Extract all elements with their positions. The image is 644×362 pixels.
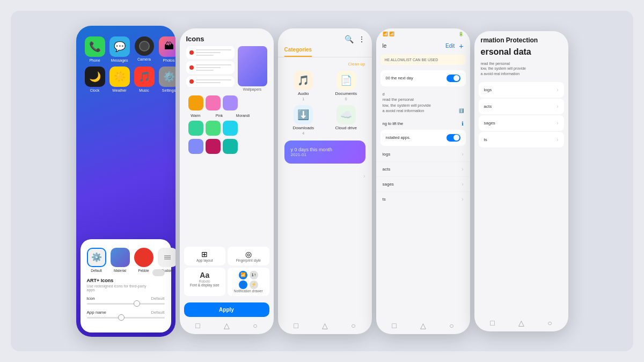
icon-size-thumb[interactable] [134, 300, 140, 307]
nav-triangle-3[interactable]: △ [322, 321, 328, 330]
color-purple[interactable] [188, 139, 203, 154]
nav-circle[interactable]: ○ [253, 321, 257, 330]
apply-button[interactable]: Apply [184, 302, 269, 317]
app-name-slider[interactable] [87, 317, 165, 319]
style-default-icon: ⚙️ [87, 248, 106, 267]
wallpaper-label: Wallpapers [243, 87, 262, 91]
color-green2[interactable] [206, 121, 221, 136]
style-pebble[interactable]: Pebble [134, 248, 153, 272]
feature-notification[interactable]: 📶 1↑ 👤 ⚡ Notification drawer [228, 268, 269, 296]
app-icon-phone[interactable]: 📞 Phone [85, 36, 105, 62]
app-icon-camera[interactable]: Camera [134, 36, 155, 62]
more-icon[interactable]: ⋮ [358, 35, 365, 43]
weather-icon: ☀️ [109, 67, 130, 87]
screen5-header: rmation Protection [474, 31, 568, 47]
status-bar: 📶 📶 🔋 [376, 28, 470, 38]
color-teal[interactable] [223, 121, 238, 136]
menu-item-ts-5[interactable]: ts › [479, 132, 564, 147]
toggle-next-day[interactable] [447, 75, 460, 82]
art-icons-title: ART+ Icons [87, 278, 152, 283]
menu-item-sages[interactable]: sages › [376, 177, 470, 192]
nav-square-3[interactable]: □ [294, 321, 298, 330]
feature-app-layout[interactable]: ⊞ App layout [184, 247, 226, 265]
icon-size-slider[interactable] [87, 303, 165, 305]
app-name-thumb[interactable] [118, 314, 125, 321]
app-label-settings: Settings [162, 88, 175, 92]
app-icon-messages[interactable]: 💬 Messages [109, 36, 130, 62]
phone-screen-1: 📞 Phone 💬 Messages Camera 🏔 Photos [76, 26, 175, 337]
app-label-messages: Messages [111, 58, 128, 62]
color-swatches [184, 95, 269, 110]
feature-font[interactable]: Aa Roboto Font & display size [184, 268, 226, 296]
lift-row: ng to lift the ℹ [383, 121, 464, 127]
app-icon-clock[interactable]: 🌙 Clock [85, 67, 105, 92]
nav-square-4[interactable]: □ [392, 321, 396, 330]
nav-circle-4[interactable]: ○ [449, 321, 453, 330]
toggle-installed[interactable] [447, 134, 460, 142]
app-label-photos: Photos [163, 58, 175, 62]
nav-circle-5[interactable]: ○ [547, 319, 552, 327]
color-warm[interactable] [188, 95, 203, 110]
nav-square[interactable]: □ [195, 321, 200, 330]
color-cyan[interactable] [223, 139, 238, 154]
art-icons-toggle[interactable] [152, 269, 165, 276]
theme-row-1[interactable] [186, 46, 235, 59]
app-icon-photos[interactable]: 🏔 Photos [159, 36, 175, 62]
nav-bar-4: □ △ ○ [376, 317, 470, 334]
app-label-weather: Weather [112, 88, 126, 92]
chevron-acts: › [462, 166, 463, 172]
nav-triangle-4[interactable]: △ [420, 321, 426, 330]
style-custom[interactable]: Custom [158, 248, 175, 272]
phone-icon: 📞 [85, 36, 105, 57]
search-icon[interactable]: 🔍 [345, 35, 354, 43]
app-icon-music[interactable]: 🎵 Music [134, 67, 155, 92]
style-default[interactable]: ⚙️ Default [87, 248, 106, 272]
add-icon[interactable]: + [459, 42, 463, 50]
screen5-title: ersonal data [474, 47, 568, 57]
color-green1[interactable] [188, 121, 203, 136]
phone-screen-3: 🔍 ⋮ Categories Clean up 🎵 Audio 1 📄 Docu… [278, 28, 372, 334]
art-icons-section: ART+ Icons Use redesigned icons for thir… [87, 278, 165, 292]
theme-preview-section: Wallpapers [184, 46, 269, 91]
category-audio[interactable]: 🎵 Audio 1 [284, 71, 323, 101]
edit-button[interactable]: Edit [445, 43, 455, 49]
menu-item-sages-5[interactable]: sages › [479, 115, 564, 131]
cleanup-button[interactable]: Clean up [348, 62, 365, 67]
color-labels: Warm Pink Morandi [184, 114, 269, 117]
nav-triangle[interactable]: △ [224, 321, 230, 330]
menu-item-logs[interactable]: logs › [376, 147, 470, 162]
color-crimson[interactable] [206, 139, 221, 154]
settings-icon: ⚙️ [159, 67, 175, 87]
theme-row-2[interactable] [186, 61, 235, 74]
feature-grid-section: ⊞ App layout ◎ Fingerprint style Aa Robo… [180, 247, 274, 302]
feature-app-layout-label: App layout [187, 258, 223, 262]
category-cloud[interactable]: ☁️ Cloud drive [327, 105, 365, 135]
menu-item-acts[interactable]: acts › [376, 162, 470, 177]
tab-categories[interactable]: Categories [284, 47, 312, 57]
color-morandi[interactable] [223, 95, 238, 110]
nav-triangle-5[interactable]: △ [518, 319, 524, 327]
style-material[interactable]: Material [111, 248, 130, 272]
menu-item-logs-5[interactable]: logs › [479, 82, 564, 98]
nav-bar-2: □ △ ○ [180, 317, 274, 334]
camera-icon [135, 36, 154, 56]
info-icon: ℹ️ [459, 108, 464, 114]
lift-section: ng to lift the ℹ [376, 119, 470, 129]
theme-row-3[interactable] [186, 76, 235, 87]
category-documents[interactable]: 📄 Documents 0 [327, 71, 365, 101]
nav-circle-3[interactable]: ○ [351, 321, 355, 330]
category-downloads[interactable]: ⬇️ Downloads 4 [284, 105, 323, 135]
menu-item-ts[interactable]: ts › [376, 192, 470, 206]
wallpaper-preview[interactable] [238, 46, 267, 86]
menu-item-acts-5[interactable]: acts › [479, 99, 564, 114]
feature-fingerprint[interactable]: ◎ Fingerprint style [228, 247, 269, 265]
nav-square-5[interactable]: □ [490, 319, 494, 327]
color-pink[interactable] [206, 95, 221, 110]
feature-notification-label: Notification drawer [231, 289, 266, 293]
app-icon-settings[interactable]: ⚙️ Settings [159, 67, 175, 92]
app-label-music: Music [139, 88, 149, 92]
chevron-logs: › [462, 151, 463, 157]
menu-list-4: logs › acts › sages › ts › [376, 147, 470, 206]
app-icon-weather[interactable]: ☀️ Weather [109, 67, 130, 92]
header-icons: 🔍 ⋮ [345, 35, 365, 43]
